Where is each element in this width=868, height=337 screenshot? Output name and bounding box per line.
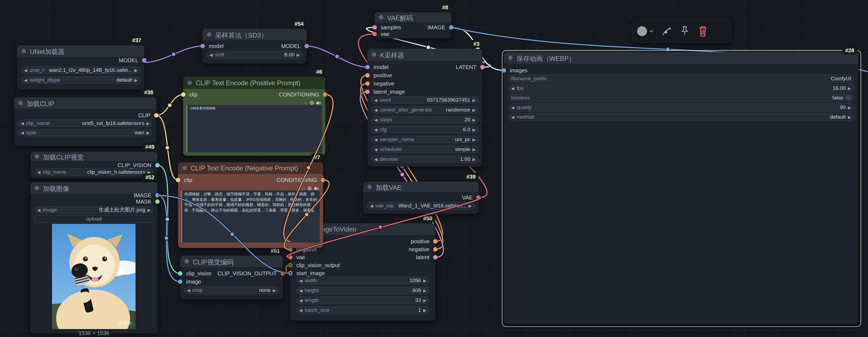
decrement-arrow-icon[interactable]: ◀ — [37, 208, 40, 212]
color-dot-icon[interactable] — [637, 26, 647, 36]
increment-arrow-icon[interactable]: ▶ — [472, 137, 476, 142]
widget-control-after-generate[interactable]: ◀ control_after_generate randomize ▶ — [371, 106, 478, 114]
speaker-icon[interactable] — [314, 186, 319, 191]
decrement-arrow-icon[interactable]: ◀ — [21, 121, 24, 125]
widget-unet-name[interactable]: ◀ unet_name wan2.1_i2v_480p_14B_fp16.saf… — [21, 67, 141, 74]
node-header[interactable]: CLIP视觉编码 — [180, 256, 283, 267]
node-clip-text-encode-positive[interactable]: #6 CLIP Text Encode (Positive Prompt) cl… — [183, 77, 325, 156]
increment-arrow-icon[interactable]: ▶ — [472, 147, 476, 152]
collapse-dot-icon[interactable] — [188, 81, 192, 85]
node-model-sampling-sd3[interactable]: #54 采样算法（SD3） model MODEL ◀ shift 8.00 ▶ — [203, 29, 307, 64]
increment-arrow-icon[interactable]: ▶ — [146, 131, 150, 135]
collapse-dot-icon[interactable] — [379, 15, 383, 20]
increment-arrow-icon[interactable]: ▶ — [297, 53, 300, 57]
port-image-output[interactable] — [155, 193, 160, 197]
collapse-dot-icon[interactable] — [368, 185, 372, 189]
decrement-arrow-icon[interactable]: ◀ — [24, 78, 27, 82]
decrement-arrow-icon[interactable]: ◀ — [374, 147, 378, 152]
decrement-arrow-icon[interactable]: ◀ — [374, 128, 378, 132]
increment-arrow-icon[interactable]: ▶ — [848, 86, 851, 90]
node-header[interactable]: 加载CLIP — [14, 97, 156, 109]
port-image-output[interactable] — [449, 25, 454, 30]
decrement-arrow-icon[interactable]: ◀ — [299, 279, 303, 283]
port-latent-image-input[interactable] — [365, 90, 370, 94]
port-vae-output[interactable] — [476, 195, 481, 200]
node-load-clip-vision[interactable]: #49 加载CLIP视觉 CLIP_VISION ◀ clip_name cli… — [30, 152, 157, 178]
port-clip-vision-output-output[interactable] — [281, 271, 285, 276]
decrement-arrow-icon[interactable]: ◀ — [299, 288, 303, 293]
port-latent-output[interactable] — [480, 65, 485, 69]
node-load-clip[interactable]: #38 加载CLIP CLIP ◀ clip_name umt5_xxl_fp1… — [14, 97, 156, 146]
decrement-arrow-icon[interactable]: ◀ — [374, 137, 378, 142]
widget-filename-prefix[interactable]: filename_prefix ComfyUI — [508, 74, 854, 83]
port-vae-input[interactable] — [372, 32, 377, 36]
port-clip-vision-output[interactable] — [155, 163, 160, 167]
increment-arrow-icon[interactable]: ▶ — [423, 279, 426, 283]
node-graph-canvas[interactable]: #37 UNet加载器 MODEL ◀ unet_name wan2.1_i2v… — [0, 0, 868, 337]
port-clip-input[interactable] — [176, 178, 180, 182]
widget-clip-name[interactable]: ◀ clip_name clip_vision_h.safetensors ▶ — [34, 168, 154, 176]
decrement-arrow-icon[interactable]: ◀ — [511, 105, 515, 110]
increment-arrow-icon[interactable]: ▶ — [146, 121, 150, 125]
port-images-input[interactable] — [502, 68, 506, 72]
port-negative-output[interactable] — [433, 247, 438, 251]
widget-lossless[interactable]: lossless false — [508, 94, 854, 102]
port-clip-vision-output-input[interactable] — [288, 263, 292, 267]
port-start-image-input[interactable] — [288, 271, 292, 275]
pin-icon[interactable] — [679, 26, 690, 37]
decrement-arrow-icon[interactable]: ◀ — [374, 108, 378, 112]
node-header[interactable]: 采样算法（SD3） — [203, 29, 307, 40]
widget-length[interactable]: ◀ length 33 ▶ — [296, 297, 429, 304]
decrement-arrow-icon[interactable]: ◀ — [374, 118, 378, 122]
increment-arrow-icon[interactable]: ▶ — [472, 98, 476, 102]
port-conditioning-output[interactable] — [321, 178, 325, 182]
widget-cfg[interactable]: ◀ cfg 6.0 ▶ — [371, 126, 478, 133]
port-latent-output[interactable] — [433, 255, 438, 259]
widget-method[interactable]: ◀ method default ▶ — [508, 113, 854, 121]
increment-arrow-icon[interactable]: ▶ — [423, 298, 426, 303]
port-positive-input[interactable] — [365, 73, 370, 78]
increment-arrow-icon[interactable]: ▶ — [134, 68, 137, 72]
decrement-arrow-icon[interactable]: ◀ — [210, 53, 213, 57]
widget-clip-name[interactable]: ◀ clip_name umt5_xxl_fp16.safetensors ▶ — [18, 120, 153, 127]
decrement-arrow-icon[interactable]: ◀ — [370, 204, 373, 208]
node-clip-vision-encode[interactable]: #51 CLIP视觉编码 clip_vision image CLIP_VISI… — [180, 256, 283, 300]
collapse-dot-icon[interactable] — [182, 166, 187, 170]
increment-arrow-icon[interactable]: ▶ — [423, 308, 426, 312]
node-header[interactable]: CLIP Text Encode (Positive Prompt) — [183, 77, 325, 89]
decrement-arrow-icon[interactable]: ◀ — [511, 115, 515, 119]
decrement-arrow-icon[interactable]: ◀ — [374, 157, 378, 161]
increment-arrow-icon[interactable]: ▶ — [468, 204, 472, 208]
decrement-arrow-icon[interactable]: ◀ — [299, 308, 303, 312]
port-model-input[interactable] — [200, 44, 205, 48]
node-load-image[interactable]: #52 加载图像 IMAGE MASK ◀ image 生成土松犬图片.png … — [30, 182, 157, 333]
decrement-arrow-icon[interactable]: ◀ — [21, 131, 24, 135]
increment-arrow-icon[interactable]: ▶ — [472, 128, 476, 132]
port-clip-vision-input[interactable] — [178, 271, 182, 276]
collapse-dot-icon[interactable] — [35, 186, 39, 190]
widget-seed[interactable]: ◀ seed 937175639637451 ▶ — [371, 96, 478, 103]
node-load-vae[interactable]: #39 加载VAE VAE ◀ vae_name Wan2_1_VAE_bf16… — [363, 182, 478, 214]
widget-image[interactable]: ◀ image 生成土松犬图片.png ▶ — [34, 206, 154, 213]
widget-steps[interactable]: ◀ steps 20 ▶ — [371, 116, 478, 123]
widget-type[interactable]: ◀ type wan ▶ — [18, 129, 153, 136]
decrement-arrow-icon[interactable]: ◀ — [24, 68, 27, 72]
node-header[interactable]: 加载VAE — [363, 182, 478, 192]
port-vae-input[interactable] — [288, 255, 292, 259]
widget-scheduler[interactable]: ◀ scheduler simple ▶ — [371, 146, 478, 153]
increment-arrow-icon[interactable]: ▶ — [848, 105, 851, 110]
widget-fps[interactable]: ◀ fps 16.00 ▶ — [508, 84, 854, 92]
node-header[interactable]: CLIP Text Encode (Negative Prompt) — [178, 162, 323, 174]
collapse-dot-icon[interactable] — [22, 49, 26, 53]
speaker-icon[interactable] — [316, 101, 321, 105]
port-model-output[interactable] — [142, 58, 147, 62]
node-save-animated-webp[interactable]: #28 保存动画（WEBP） images filename_prefix Co… — [504, 52, 859, 324]
trash-icon[interactable] — [698, 25, 708, 37]
widget-height[interactable]: ◀ height 608 ▶ — [296, 286, 429, 294]
collapse-dot-icon[interactable] — [372, 52, 376, 57]
increment-arrow-icon[interactable]: ▶ — [423, 288, 426, 293]
node-header[interactable]: K采样器 — [368, 49, 483, 61]
port-negative-input[interactable] — [365, 81, 370, 86]
node-header[interactable]: 保存动画（WEBP） — [504, 52, 859, 64]
upload-button[interactable]: upload — [34, 215, 154, 223]
